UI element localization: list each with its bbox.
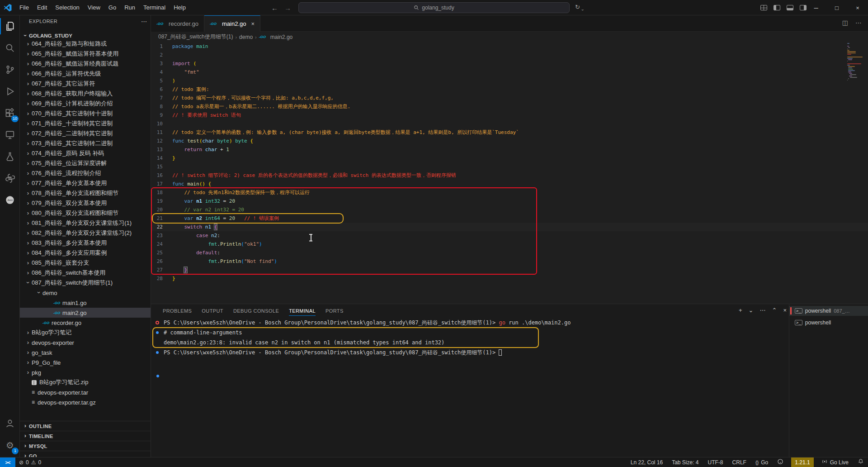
tree-item-devops-exporter[interactable]: ›devops-exporter — [20, 338, 151, 348]
menu-help[interactable]: Help — [170, 0, 190, 15]
panel-tab-output[interactable]: OUTPUT — [202, 306, 223, 315]
code-line-10[interactable]: 10 — [151, 119, 868, 128]
close-button[interactable]: × — [847, 0, 868, 15]
code-line-1[interactable]: 1package main — [151, 42, 868, 51]
json-icon[interactable]: Json — [0, 189, 20, 211]
code-line-5[interactable]: 5) — [151, 76, 868, 85]
tab-main2.go[interactable]: -GOmain2.go× — [204, 15, 260, 32]
tree-item-075_-_-[interactable]: ›075_尚硅谷_位运算深度讲解 — [20, 158, 151, 168]
maximize-panel-icon[interactable]: ⌃ — [772, 307, 777, 314]
search-icon[interactable] — [0, 37, 20, 59]
tree-item-087_-_switch-1-[interactable]: ›087_尚硅谷_switch使用细节(1) — [20, 278, 151, 288]
menu-go[interactable]: Go — [104, 0, 120, 15]
status-item-cursor-position[interactable]: Ln 22, Col 16 — [629, 457, 664, 467]
tree-item-066_-_-[interactable]: ›066_尚硅谷_运算符优先级 — [20, 69, 151, 79]
tree-item-082_-_-2-[interactable]: ›082_尚硅谷_单分支双分支课堂练习(2) — [20, 228, 151, 238]
section-outline[interactable]: ›OUTLINE — [20, 421, 151, 431]
menu-file[interactable]: File — [15, 0, 33, 15]
code-line-9[interactable]: 9// ! 要求使用 switch 语句 — [151, 111, 868, 119]
terminal-dropdown-icon[interactable]: ⌄ — [749, 307, 754, 314]
tree-item-064_-_-[interactable]: ›064_尚硅谷_短路与和短路或 — [20, 39, 151, 49]
status-item-encoding[interactable]: UTF-8 — [707, 457, 725, 467]
status-item-github[interactable] — [776, 457, 785, 467]
code-line-12[interactable]: 12func test(char byte) byte { — [151, 137, 868, 145]
status-item-language-mode[interactable]: {}Go — [754, 457, 769, 467]
code-line-7[interactable]: 7// todo 编写一个程序，可以接收一个字符，比如: a,b,c,d,e,f… — [151, 94, 868, 102]
tree-item-demo[interactable]: ›demo — [20, 288, 151, 298]
menu-run[interactable]: Run — [120, 0, 139, 15]
tree-item-083_-_-[interactable]: ›083_尚硅谷_多分支基本使用 — [20, 238, 151, 248]
layout-switch-icon[interactable]: ↻ ˬ — [575, 4, 584, 10]
tree-item-073_-_-[interactable]: ›073_尚硅谷_其它进制转二进制 — [20, 138, 151, 148]
code-line-11[interactable]: 11// todo 定义一个简单的函数，例: 输入参数 a, (char byt… — [151, 128, 868, 137]
code-line-15[interactable]: 15 — [151, 162, 868, 171]
tree-item-079_-_-[interactable]: ›079_尚硅谷_双分支基本使用 — [20, 198, 151, 208]
tree-item-066_-_-[interactable]: ›066_尚硅谷_赋值运算经典面试题 — [20, 59, 151, 69]
code-line-14[interactable]: 14} — [151, 154, 868, 162]
problems-status[interactable]: ⊘ 0 ⚠ 0 — [15, 459, 45, 466]
tree-item-main1.go[interactable]: -GOmain1.go — [20, 298, 151, 308]
tree-item-086_-_switch-[interactable]: ›086_尚硅谷_switch基本使用 — [20, 268, 151, 278]
code-line-6[interactable]: 6// todo 案例: — [151, 85, 868, 94]
section-mysql[interactable]: ›MYSQL — [20, 441, 151, 451]
status-item-go-version[interactable]: 1.21.1 — [791, 457, 813, 467]
tree-item-068_-_-[interactable]: ›068_尚硅谷_获取用户终端输入 — [20, 89, 151, 99]
breadcrumb-item-main2.go[interactable]: main2.go — [270, 34, 292, 40]
code-line-16[interactable]: 16// ! switch 细节讨论: 2) case 后的各个表达式的值的数据… — [151, 171, 868, 180]
tree-item-085_-_-[interactable]: ›085_尚硅谷_嵌套分支 — [20, 258, 151, 268]
terminal-session-1[interactable]: >_powershell087_… — [789, 306, 868, 316]
python-icon[interactable] — [0, 167, 20, 189]
tree-item-072_-_-[interactable]: ›072_尚硅谷_二进制转其它进制 — [20, 129, 151, 138]
tree-item-069_-_-[interactable]: ›069_尚硅谷_计算机进制的介绍 — [20, 99, 151, 109]
tree-item-084_-_-[interactable]: ›084_尚硅谷_多分支应用案例 — [20, 248, 151, 258]
files-icon[interactable] — [0, 15, 20, 37]
tree-item-077_-_-[interactable]: ›077_尚硅谷_单分支基本使用 — [20, 178, 151, 188]
code-line-4[interactable]: 4"fmt" — [151, 68, 868, 76]
close-icon[interactable]: × — [251, 20, 255, 27]
panel-tab-problems[interactable]: PROBLEMS — [163, 306, 192, 315]
terminal-session-2[interactable]: >_powershell — [789, 318, 868, 328]
status-item-notifications[interactable] — [856, 457, 865, 467]
extensions-icon[interactable]: 10 — [0, 102, 20, 124]
tree-item-071_-_-[interactable]: ›071_尚硅谷_十进制转其它进制 — [20, 119, 151, 129]
tree-item-p9_go_file[interactable]: ›P9_Go_file — [20, 357, 151, 367]
remote-indicator[interactable]: >< — [0, 457, 15, 467]
tree-item-078_-_-[interactable]: ›078_尚硅谷_单分支流程图和细节 — [20, 188, 151, 198]
menu-view[interactable]: View — [84, 0, 104, 15]
tree-item-b-go-[interactable]: ›B站go学习笔记 — [20, 328, 151, 338]
status-item-go-live[interactable]: Go Live — [820, 457, 850, 467]
back-icon[interactable]: ← — [271, 4, 278, 12]
command-center-search[interactable]: golang_study — [298, 2, 570, 13]
toggle-sidebar-icon[interactable] — [774, 5, 780, 10]
explorer-more-icon[interactable]: ⋯ — [141, 18, 147, 25]
section-timeline[interactable]: ›TIMELINE — [20, 431, 151, 441]
tree-item-070_-_-[interactable]: ›070_尚硅谷_其它进制转十进制 — [20, 109, 151, 119]
remote-explorer-icon[interactable] — [0, 124, 20, 146]
tree-item-065_-_-[interactable]: ›065_尚硅谷_赋值运算符基本使用 — [20, 49, 151, 59]
run-and-debug-icon[interactable] — [0, 81, 20, 102]
panel-tab-debug-console[interactable]: DEBUG CONSOLE — [233, 306, 279, 315]
tree-item-recorder.go[interactable]: -GOrecorder.go — [20, 318, 151, 328]
customize-layout-icon[interactable] — [760, 5, 767, 10]
tree-item-b-go-.zip[interactable]: B站go学习笔记.zip — [20, 377, 151, 387]
restore-button[interactable]: □ — [826, 0, 847, 15]
tree-item-go_task[interactable]: ›go_task — [20, 348, 151, 357]
toggle-panel-icon[interactable] — [787, 5, 793, 10]
menu-edit[interactable]: Edit — [33, 0, 51, 15]
minimize-button[interactable]: ─ — [806, 0, 826, 15]
status-item-eol[interactable]: CRLF — [731, 457, 748, 467]
tree-item-devops-exporter.tar[interactable]: ≡devops-exporter.tar — [20, 387, 151, 397]
split-editor-icon[interactable]: ◫ — [842, 19, 848, 26]
new-terminal-icon[interactable]: + — [739, 307, 742, 314]
status-item-indentation[interactable]: Tab Size: 4 — [670, 457, 700, 467]
tab-recorder.go[interactable]: -GOrecorder.go — [151, 15, 204, 32]
tree-item-devops-exporter.tar.gz[interactable]: ≡devops-exporter.tar.gz — [20, 397, 151, 407]
tree-item-067_-_-[interactable]: ›067_尚硅谷_其它运算符 — [20, 79, 151, 89]
code-line-2[interactable]: 2 — [151, 51, 868, 59]
menu-selection[interactable]: Selection — [51, 0, 83, 15]
panel-tab-ports[interactable]: PORTS — [326, 306, 344, 315]
menu-terminal[interactable]: Terminal — [139, 0, 170, 15]
breadcrumb-item-demo[interactable]: demo — [239, 34, 253, 40]
source-control-icon[interactable] — [0, 59, 20, 81]
terminal-more-icon[interactable]: ⋯ — [760, 307, 766, 314]
